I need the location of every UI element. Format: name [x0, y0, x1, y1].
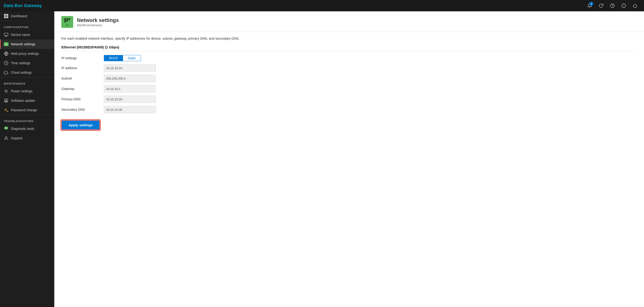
sidebar-item-dashboard-label: Dashboard	[11, 14, 27, 18]
notification-count: 1	[590, 2, 593, 6]
sidebar-item-software-update-label: Software update	[11, 99, 35, 102]
content-area: ||| Network settings MyDBoxGateway1 For …	[54, 11, 644, 307]
subnet-label: Subnet	[62, 76, 99, 80]
primary-dns-label: Primary DNS	[62, 97, 99, 101]
primary-dns-input[interactable]	[104, 96, 156, 103]
sidebar-item-support-label: Support	[11, 136, 22, 140]
page-title: Network settings	[77, 17, 119, 24]
grid-icon	[4, 14, 8, 18]
apply-settings-button[interactable]: Apply settings	[62, 120, 100, 130]
gear-icon	[4, 89, 8, 94]
help-button[interactable]	[607, 0, 618, 11]
download-icon	[4, 98, 8, 103]
key-icon	[4, 108, 8, 112]
beaker-icon: +	[4, 126, 8, 131]
sidebar-item-time-settings-label: Time settings	[11, 61, 30, 65]
ip-settings-row: IP settings DHCP Static	[62, 55, 227, 61]
network-icon: ⊞	[4, 42, 8, 46]
sidebar-item-web-proxy-label: Web proxy settings	[11, 52, 39, 56]
subnet-row: Subnet	[62, 75, 227, 82]
secondary-dns-row: Secondary DNS	[62, 106, 227, 113]
content-header-text: Network settings MyDBoxGateway1	[77, 17, 119, 27]
gateway-row: Gateway	[62, 85, 227, 92]
sidebar-item-diagnostic-tests[interactable]: + Diagnostic tests	[0, 124, 54, 134]
description-text: For each enabled network interface, spec…	[62, 36, 637, 40]
monitor-icon	[4, 32, 8, 37]
sidebar-item-web-proxy-settings[interactable]: Web proxy settings	[0, 49, 54, 58]
main-layout: Dashboard CONFIGURATION Device name ⊞ Ne…	[0, 11, 644, 307]
refresh-button[interactable]	[596, 0, 606, 11]
maintenance-divider	[0, 77, 54, 78]
sidebar-item-power-settings-label: Power settings	[11, 89, 32, 93]
gateway-input[interactable]	[104, 85, 156, 92]
ip-mode-toggle[interactable]: DHCP Static	[104, 55, 141, 61]
ip-address-label: IP address	[62, 66, 99, 70]
sidebar-item-power-settings[interactable]: Power settings	[0, 86, 54, 96]
ip-address-input[interactable]	[104, 64, 156, 72]
svg-rect-7	[6, 14, 8, 16]
network-form: IP settings DHCP Static IP address Subne…	[62, 55, 227, 113]
secondary-dns-label: Secondary DNS	[62, 108, 99, 112]
maintenance-section-label: MAINTENANCE	[0, 78, 54, 86]
ip-settings-label: IP settings	[62, 56, 99, 60]
sidebar-item-password-change-label: Password change	[11, 108, 37, 112]
sidebar: Dashboard CONFIGURATION Device name ⊞ Ne…	[0, 11, 54, 307]
secondary-dns-input[interactable]	[104, 106, 156, 113]
power-button[interactable]	[630, 0, 640, 11]
primary-dns-row: Primary DNS	[62, 96, 227, 103]
configuration-section-label: CONFIGURATION	[0, 22, 54, 30]
svg-rect-6	[4, 14, 6, 16]
topbar: Data Box Gateway 1	[0, 0, 644, 11]
page-subtitle: MyDBoxGateway1	[77, 24, 119, 27]
svg-point-26	[5, 136, 7, 138]
svg-point-16	[6, 90, 7, 92]
gateway-label: Gateway	[62, 87, 99, 91]
sidebar-item-time-settings[interactable]: Time settings	[0, 58, 54, 68]
sidebar-item-device-name[interactable]: Device name	[0, 30, 54, 40]
sidebar-item-cloud-settings-label: Cloud settings	[11, 70, 32, 74]
sidebar-item-software-update[interactable]: Software update	[0, 96, 54, 105]
sidebar-item-network-settings-label: Network settings	[11, 42, 35, 46]
static-toggle-button[interactable]: Static	[123, 55, 141, 61]
svg-rect-8	[4, 16, 6, 18]
sidebar-item-support[interactable]: Support	[0, 134, 54, 143]
network-settings-header-icon: |||	[62, 16, 73, 28]
sidebar-item-dashboard[interactable]: Dashboard	[0, 11, 54, 21]
content-body: For each enabled network interface, spec…	[54, 32, 644, 134]
notification-button[interactable]: 1	[584, 0, 595, 11]
sidebar-item-password-change[interactable]: Password change	[0, 105, 54, 115]
globe-icon	[4, 51, 8, 56]
topbar-icons: 1	[584, 0, 640, 11]
subnet-input[interactable]	[104, 75, 156, 82]
content-header: ||| Network settings MyDBoxGateway1	[54, 11, 644, 32]
troubleshooting-section-label: TROUBLESHOOTING	[0, 116, 54, 124]
dhcp-toggle-button[interactable]: DHCP	[104, 55, 123, 61]
person-icon	[4, 136, 8, 140]
sidebar-item-network-settings[interactable]: ⊞ Network settings	[0, 40, 54, 49]
svg-rect-10	[4, 33, 8, 36]
ethernet-section-title: Ethernet (00155D2FA000) (1 Gbps)	[62, 45, 637, 51]
clock-icon	[4, 61, 8, 66]
sidebar-item-device-name-label: Device name	[11, 33, 30, 36]
config-divider	[0, 21, 54, 21]
troubleshooting-divider	[0, 115, 54, 115]
sidebar-item-diagnostic-tests-label: Diagnostic tests	[11, 127, 34, 130]
svg-rect-9	[6, 16, 8, 18]
cloud-icon	[4, 70, 8, 75]
sidebar-item-cloud-settings[interactable]: Cloud settings	[0, 68, 54, 77]
ip-address-row: IP address	[62, 64, 227, 72]
svg-text:+: +	[5, 127, 6, 129]
info-button[interactable]	[618, 0, 629, 11]
app-title: Data Box Gateway	[4, 3, 42, 8]
